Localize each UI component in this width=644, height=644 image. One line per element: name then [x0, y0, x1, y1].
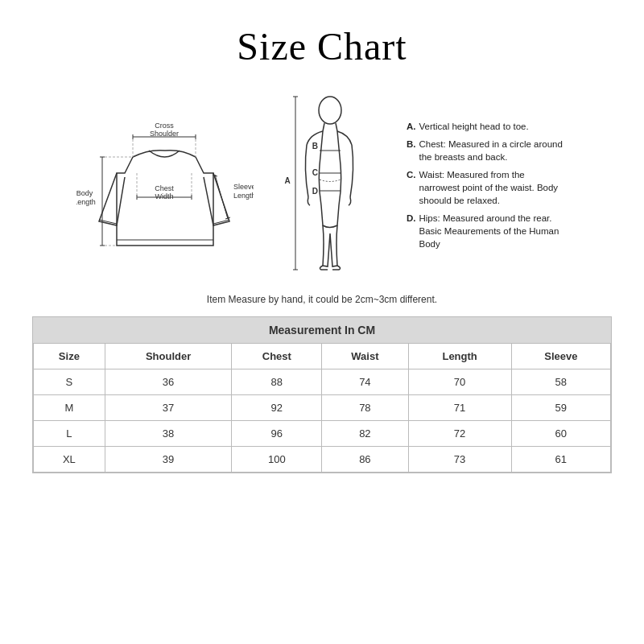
size-table-wrapper: Measurement In CM Size Shoulder Chest Wa…	[32, 316, 612, 473]
svg-text:B: B	[312, 142, 318, 151]
svg-text:A: A	[284, 176, 290, 185]
desc-a-label: A.	[407, 120, 416, 133]
desc-c-label: C.	[407, 168, 416, 207]
cell-size: S	[34, 369, 105, 395]
table-section-title: Measurement In CM	[33, 317, 611, 344]
col-length: Length	[408, 344, 511, 369]
desc-d-label: D.	[407, 212, 416, 250]
svg-text:C: C	[312, 168, 318, 177]
body-diagram: A B C D	[278, 93, 382, 278]
desc-c-text: Waist: Measured from the narrowest point…	[419, 168, 568, 207]
svg-text:Length: Length	[233, 192, 254, 200]
cell-length: 70	[408, 369, 511, 395]
note: Item Measure by hand, it could be 2cm~3c…	[207, 294, 437, 305]
desc-a-text: Vertical height head to toe.	[419, 120, 529, 133]
desc-d-text: Hips: Measured around the rear. Basic Me…	[419, 212, 568, 250]
cell-waist: 82	[322, 421, 408, 447]
cell-shoulder: 37	[105, 395, 232, 421]
col-waist: Waist	[322, 344, 408, 369]
cell-waist: 74	[322, 369, 408, 395]
diagram-section: Cross Shoulder Body Length	[32, 93, 612, 278]
cell-sleeve: 61	[511, 447, 610, 473]
svg-text:Length: Length	[76, 198, 96, 206]
svg-text:Cross: Cross	[155, 122, 174, 130]
svg-text:Body: Body	[76, 189, 93, 197]
desc-c: C. Waist: Measured from the narrowest po…	[407, 168, 568, 207]
svg-line-31	[336, 123, 337, 131]
desc-a: A. Vertical height head to toe.	[407, 120, 568, 133]
cell-waist: 78	[322, 395, 408, 421]
cell-length: 73	[408, 447, 511, 473]
size-table: Size Shoulder Chest Waist Length Sleeve …	[33, 344, 611, 473]
cell-waist: 86	[322, 447, 408, 473]
cell-shoulder: 38	[105, 421, 232, 447]
sweater-diagram: Cross Shoulder Body Length	[76, 93, 254, 278]
col-sleeve: Sleeve	[511, 344, 610, 369]
col-shoulder: Shoulder	[105, 344, 232, 369]
cell-sleeve: 58	[511, 369, 610, 395]
svg-text:Shoulder: Shoulder	[150, 130, 179, 138]
cell-shoulder: 36	[105, 369, 232, 395]
descriptions: A. Vertical height head to toe. B. Chest…	[407, 120, 568, 251]
cell-size: M	[34, 395, 105, 421]
desc-b-text: Chest: Measured in a circle around the b…	[419, 138, 568, 163]
desc-d: D. Hips: Measured around the rear. Basic…	[407, 212, 568, 250]
cell-sleeve: 60	[511, 421, 610, 447]
cell-sleeve: 59	[511, 395, 610, 421]
page: Size Chart	[0, 0, 644, 644]
cell-length: 71	[408, 395, 511, 421]
svg-line-24	[215, 175, 228, 219]
cell-size: L	[34, 421, 105, 447]
table-row: M3792787159	[34, 395, 611, 421]
cell-chest: 96	[232, 421, 322, 447]
desc-b: B. Chest: Measured in a circle around th…	[407, 138, 568, 163]
cell-chest: 88	[232, 369, 322, 395]
table-row: L3896827260	[34, 421, 611, 447]
svg-text:Sleeve: Sleeve	[233, 183, 254, 191]
cell-chest: 92	[232, 395, 322, 421]
cell-shoulder: 39	[105, 447, 232, 473]
table-row: S3688747058	[34, 369, 611, 395]
table-header-row: Size Shoulder Chest Waist Length Sleeve	[34, 344, 611, 369]
desc-b-label: B.	[407, 138, 416, 163]
cell-chest: 100	[232, 447, 322, 473]
svg-point-29	[319, 97, 341, 124]
svg-text:Width: Width	[155, 192, 173, 200]
cell-length: 72	[408, 421, 511, 447]
svg-text:D: D	[312, 187, 318, 196]
col-size: Size	[34, 344, 105, 369]
cell-size: XL	[34, 447, 105, 473]
svg-text:Chest: Chest	[155, 184, 174, 192]
col-chest: Chest	[232, 344, 322, 369]
page-title: Size Chart	[237, 24, 407, 68]
svg-line-30	[323, 123, 324, 131]
table-row: XL39100867361	[34, 447, 611, 473]
